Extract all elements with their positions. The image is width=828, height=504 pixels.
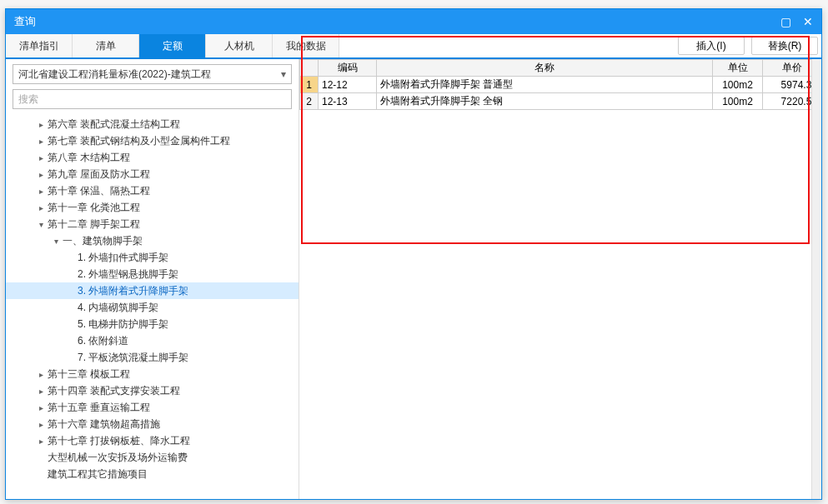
cell-name[interactable]: 外墙附着式升降脚手架 全钢 xyxy=(377,93,713,110)
cell-name[interactable]: 外墙附着式升降脚手架 普通型 xyxy=(377,77,713,93)
row-number: 1 xyxy=(300,77,319,93)
tab-my-data[interactable]: 我的数据 xyxy=(273,34,339,57)
tab-list[interactable]: 清单 xyxy=(73,34,139,57)
close-icon[interactable]: ✕ xyxy=(803,15,813,28)
right-panel: 编码 名称 单位 单价 112-12外墙附着式升降脚手架 普通型100m2597… xyxy=(299,59,821,499)
window-title: 查询 xyxy=(14,14,36,29)
tree-node-label: 第六章 装配式混凝土结构工程 xyxy=(48,117,180,132)
table-row[interactable]: 212-13外墙附着式升降脚手架 全钢100m27220.59 xyxy=(300,93,821,110)
expand-icon[interactable]: ▸ xyxy=(36,370,46,379)
tree-node-label: 3. 外墙附着式升降脚手架 xyxy=(78,284,188,298)
cell-code[interactable]: 12-12 xyxy=(319,77,377,93)
body: 河北省建设工程消耗量标准(2022)-建筑工程 ▾ 搜索 ▸第六章 装配式混凝土… xyxy=(6,59,821,499)
tree-node[interactable]: 3. 外墙附着式升降脚手架 xyxy=(6,282,299,299)
scrollbar[interactable] xyxy=(811,59,821,499)
table-row[interactable]: 112-12外墙附着式升降脚手架 普通型100m25974.32 xyxy=(300,77,821,93)
tree-node-label: 第十二章 脚手架工程 xyxy=(48,217,140,232)
tree-node[interactable]: 建筑工程其它措施项目 xyxy=(6,466,299,482)
tab-list-guide[interactable]: 清单指引 xyxy=(6,34,73,57)
tree-node-label: 第十章 保温、隔热工程 xyxy=(48,184,150,198)
tree-node[interactable]: 1. 外墙扣件式脚手架 xyxy=(6,249,299,266)
titlebar: 查询 ▢ ✕ xyxy=(6,9,821,34)
tree-node-label: 第九章 屋面及防水工程 xyxy=(48,167,150,182)
tree-node[interactable]: ▸第十五章 垂直运输工程 xyxy=(6,399,299,416)
grid-header-unit[interactable]: 单位 xyxy=(713,60,763,77)
expand-icon[interactable]: ▸ xyxy=(36,437,46,446)
tree-node-label: 第十七章 打拔钢板桩、降水工程 xyxy=(48,434,190,448)
collapse-icon[interactable]: ▾ xyxy=(36,220,46,229)
expand-icon[interactable]: ▸ xyxy=(36,420,46,429)
tree-node[interactable]: 6. 依附斜道 xyxy=(6,332,299,349)
window-controls: ▢ ✕ xyxy=(780,15,813,28)
search-placeholder: 搜索 xyxy=(18,92,38,107)
tree-node[interactable]: 5. 电梯井防护脚手架 xyxy=(6,316,299,332)
expand-icon[interactable]: ▸ xyxy=(36,203,46,212)
tree-node-label: 建筑工程其它措施项目 xyxy=(48,467,148,482)
tree-node-label: 4. 内墙砌筑脚手架 xyxy=(78,301,158,315)
tree-node[interactable]: 7. 平板浇筑混凝土脚手架 xyxy=(6,349,299,366)
expand-icon[interactable]: ▸ xyxy=(36,153,46,162)
expand-icon[interactable]: ▸ xyxy=(36,120,46,129)
tree-node[interactable]: 大型机械一次安拆及场外运输费 xyxy=(6,449,299,466)
toolbar: 清单指引 清单 定额 人材机 我的数据 插入(I) 替换(R) xyxy=(6,34,821,59)
tree-node-label: 第十五章 垂直运输工程 xyxy=(48,401,150,415)
standard-select[interactable]: 河北省建设工程消耗量标准(2022)-建筑工程 ▾ xyxy=(13,64,292,84)
grid-header-code[interactable]: 编码 xyxy=(319,60,377,77)
tree-node-label: 5. 电梯井防护脚手架 xyxy=(78,317,168,332)
tree-node-label: 第十六章 建筑物超高措施 xyxy=(48,417,160,432)
expand-icon[interactable]: ▸ xyxy=(36,170,46,179)
tree-node[interactable]: ▸第十四章 装配式支撑安装工程 xyxy=(6,382,299,399)
insert-button[interactable]: 插入(I) xyxy=(678,37,745,55)
category-tree[interactable]: ▸第六章 装配式混凝土结构工程▸第七章 装配式钢结构及小型金属构件工程▸第八章 … xyxy=(6,114,299,499)
expand-icon[interactable]: ▸ xyxy=(36,387,46,396)
tree-node[interactable]: ▸第十一章 化粪池工程 xyxy=(6,199,299,216)
tree-node[interactable]: ▸第九章 屋面及防水工程 xyxy=(6,166,299,182)
tree-node-label: 第八章 木结构工程 xyxy=(48,151,130,165)
tree-node[interactable]: ▾第十二章 脚手架工程 xyxy=(6,216,299,232)
tree-node[interactable]: ▸第十七章 打拔钢板桩、降水工程 xyxy=(6,432,299,449)
expand-icon[interactable]: ▸ xyxy=(36,403,46,412)
tree-node-label: 6. 依附斜道 xyxy=(78,334,128,348)
cell-unit[interactable]: 100m2 xyxy=(713,93,763,110)
cell-unit[interactable]: 100m2 xyxy=(713,77,763,93)
tree-node[interactable]: 4. 内墙砌筑脚手架 xyxy=(6,299,299,316)
left-panel: 河北省建设工程消耗量标准(2022)-建筑工程 ▾ 搜索 ▸第六章 装配式混凝土… xyxy=(6,59,299,499)
tree-node[interactable]: ▾一、建筑物脚手架 xyxy=(6,232,299,249)
row-number: 2 xyxy=(300,93,319,110)
collapse-icon[interactable]: ▾ xyxy=(51,237,61,246)
tree-node[interactable]: ▸第六章 装配式混凝土结构工程 xyxy=(6,116,299,132)
cell-code[interactable]: 12-13 xyxy=(319,93,377,110)
grid-header-row: 编码 名称 单位 单价 xyxy=(300,60,821,77)
standard-select-value: 河北省建设工程消耗量标准(2022)-建筑工程 xyxy=(18,67,211,82)
tab-materials[interactable]: 人材机 xyxy=(206,34,273,57)
tree-node[interactable]: ▸第十章 保温、隔热工程 xyxy=(6,182,299,199)
grid-header-rownum xyxy=(300,60,319,77)
query-window: 查询 ▢ ✕ 清单指引 清单 定额 人材机 我的数据 插入(I) 替换(R) 河… xyxy=(5,8,822,500)
tree-node-label: 大型机械一次安拆及场外运输费 xyxy=(48,451,188,465)
tree-node-label: 第十三章 模板工程 xyxy=(48,367,130,382)
chevron-down-icon: ▾ xyxy=(281,68,286,80)
search-input[interactable]: 搜索 xyxy=(13,89,292,109)
tree-node[interactable]: 2. 外墙型钢悬挑脚手架 xyxy=(6,266,299,282)
tree-node[interactable]: ▸第十三章 模板工程 xyxy=(6,366,299,382)
tree-node-label: 一、建筑物脚手架 xyxy=(63,234,143,248)
tree-node[interactable]: ▸第七章 装配式钢结构及小型金属构件工程 xyxy=(6,132,299,149)
tree-node-label: 第十一章 化粪池工程 xyxy=(48,201,140,215)
grid-header-name[interactable]: 名称 xyxy=(377,60,713,77)
tree-node-label: 1. 外墙扣件式脚手架 xyxy=(78,251,168,265)
tree-node-label: 第十四章 装配式支撑安装工程 xyxy=(48,384,180,398)
results-grid[interactable]: 编码 名称 单位 单价 112-12外墙附着式升降脚手架 普通型100m2597… xyxy=(299,59,821,110)
minimize-icon[interactable]: ▢ xyxy=(780,15,791,28)
tab-quota[interactable]: 定额 xyxy=(139,34,206,57)
tree-node[interactable]: ▸第十六章 建筑物超高措施 xyxy=(6,416,299,432)
replace-button[interactable]: 替换(R) xyxy=(751,37,818,55)
expand-icon[interactable]: ▸ xyxy=(36,137,46,146)
tree-node[interactable]: ▸第八章 木结构工程 xyxy=(6,149,299,166)
expand-icon[interactable]: ▸ xyxy=(36,187,46,196)
tree-node-label: 第七章 装配式钢结构及小型金属构件工程 xyxy=(48,134,230,148)
tree-node-label: 7. 平板浇筑混凝土脚手架 xyxy=(78,351,188,365)
tree-node-label: 2. 外墙型钢悬挑脚手架 xyxy=(78,267,178,282)
